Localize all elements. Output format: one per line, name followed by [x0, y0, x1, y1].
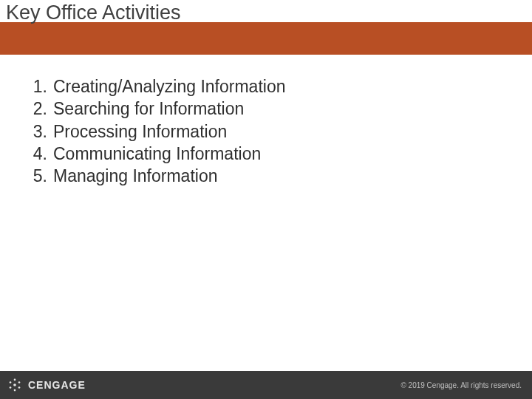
svg-point-5 — [10, 386, 12, 389]
copyright-text: © 2019 Cengage. All rights reserved. — [400, 381, 522, 389]
slide: Key Office Activities Creating/Analyzing… — [0, 0, 532, 399]
svg-point-1 — [14, 379, 16, 381]
svg-point-4 — [14, 389, 16, 392]
list-item: Searching for Information — [25, 98, 517, 120]
cengage-logo-icon — [7, 378, 22, 392]
brand-name: CENGAGE — [28, 379, 86, 391]
list-item-label: Processing Information — [53, 122, 227, 141]
list-item: Communicating Information — [25, 143, 517, 165]
list-item: Processing Information — [25, 120, 517, 143]
svg-point-3 — [18, 386, 21, 389]
slide-content: Creating/Analyzing Information Searching… — [0, 55, 532, 371]
slide-header: Key Office Activities — [0, 0, 532, 55]
svg-point-2 — [18, 381, 21, 383]
activities-list: Creating/Analyzing Information Searching… — [25, 75, 517, 188]
list-item-label: Communicating Information — [53, 144, 261, 163]
list-item-label: Searching for Information — [53, 99, 244, 118]
header-accent-bar — [0, 22, 532, 55]
list-item: Creating/Analyzing Information — [25, 75, 517, 98]
list-item-label: Creating/Analyzing Information — [53, 77, 286, 96]
list-item: Managing Information — [25, 165, 517, 187]
slide-title: Key Office Activities — [6, 1, 181, 24]
svg-point-0 — [13, 383, 16, 386]
list-item-label: Managing Information — [53, 166, 217, 185]
slide-footer: CENGAGE © 2019 Cengage. All rights reser… — [0, 371, 532, 399]
svg-point-6 — [10, 381, 12, 383]
